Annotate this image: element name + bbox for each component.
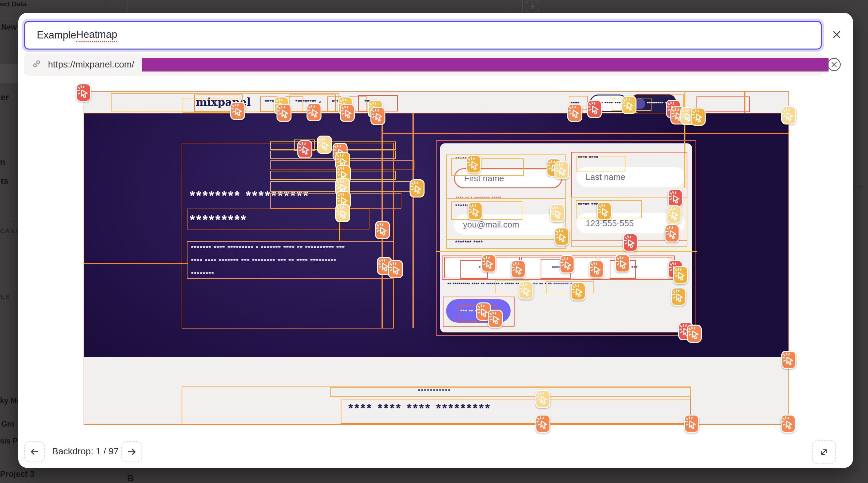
expand-icon[interactable] xyxy=(812,440,836,464)
choice-option: *** xyxy=(597,257,672,278)
click-cursor-icon xyxy=(409,179,425,197)
click-cursor-icon xyxy=(671,287,686,306)
background-sidebar-fragment: Project 3 xyxy=(0,469,35,479)
background-sidebar-fragment: ts xyxy=(1,176,8,186)
click-cursor-icon xyxy=(370,107,385,125)
background-divider xyxy=(0,218,19,218)
hero-paragraph-line: ******* **** ********* * ******* **** **… xyxy=(191,245,345,252)
hero-heading-line2: ********* xyxy=(190,213,247,227)
background-line xyxy=(127,0,127,13)
click-cursor-icon xyxy=(587,100,602,118)
click-cursor-icon xyxy=(388,260,403,278)
click-cursor-icon xyxy=(668,189,683,207)
background-sidebar-fragment: B xyxy=(127,473,134,483)
hero-heading-line1: ******** ********** xyxy=(190,188,309,203)
click-cursor-icon xyxy=(673,266,688,284)
click-cursor-icon xyxy=(684,415,699,433)
title-text-misspelled: Heatmap xyxy=(76,29,117,42)
url-text: https://mixpanel.com/ xyxy=(48,59,134,70)
background-sidebar-fragment: ect Data xyxy=(0,0,27,8)
click-cursor-icon xyxy=(560,255,575,273)
click-cursor-icon xyxy=(468,202,483,220)
click-cursor-icon xyxy=(298,140,312,158)
click-cursor-icon xyxy=(277,104,291,122)
click-cursor-icon xyxy=(687,325,702,343)
background-add-button: + xyxy=(526,1,539,12)
click-cursor-icon xyxy=(488,310,503,328)
background-overflow-dots: … xyxy=(854,179,863,189)
click-cursor-icon xyxy=(535,415,550,433)
background-sidebar-fragment: ky Me xyxy=(0,396,21,405)
background-divider xyxy=(0,19,19,19)
background-line xyxy=(105,0,105,13)
click-cursor-icon xyxy=(519,281,533,299)
click-cursor-icon xyxy=(230,102,245,120)
close-icon[interactable] xyxy=(829,27,844,42)
click-cursor-icon xyxy=(554,161,569,179)
click-cursor-icon xyxy=(307,103,321,121)
click-cursor-icon xyxy=(535,390,550,408)
background-sidebar-fragment: er xyxy=(1,93,9,103)
click-cursor-icon xyxy=(781,106,796,125)
background-line xyxy=(508,0,508,13)
click-cursor-icon xyxy=(466,155,481,173)
heatmap-title-input[interactable]: Example Heatmap xyxy=(24,21,822,50)
previous-backdrop-button[interactable] xyxy=(24,441,45,462)
consent-fragment: ** ********* **** ** ******* * ***** ** … xyxy=(447,282,526,287)
background-sidebar-fragment: New xyxy=(1,23,17,32)
heatmap-modal: Example Heatmap https://mixpanel.com/ xyxy=(18,13,853,468)
hero-paragraph-line: **** **** ******* *** ******** *** ** **… xyxy=(191,257,337,265)
heatmap-stage: mixpanel ***************˅************ **… xyxy=(84,89,789,425)
redacted-url-highlight xyxy=(142,58,829,71)
backdrop-pager-label: Backdrop: 1 / 97 xyxy=(52,446,119,457)
consent-fragment: ** * ** xyxy=(538,282,553,287)
phone-label: ***** *** xyxy=(578,202,598,208)
background-sidebar-fragment: ES xyxy=(1,293,10,300)
click-cursor-icon xyxy=(76,84,91,102)
click-cursor-icon xyxy=(621,96,637,114)
background-sidebar-fragment: n xyxy=(0,157,5,167)
click-cursor-icon xyxy=(570,282,586,300)
click-cursor-icon xyxy=(781,415,796,433)
consent-text: ** ********* **** ** ******* * ***** ** … xyxy=(447,282,680,287)
choices-label: ******* **** xyxy=(455,240,483,246)
click-cursor-icon xyxy=(597,202,612,220)
title-text: Example xyxy=(37,29,76,41)
click-cursor-icon xyxy=(317,136,332,154)
choice-option: ****** xyxy=(520,257,597,278)
screen: ect DataNewerntsCANVESky MeGrosis PProje… xyxy=(0,0,868,483)
click-cursor-icon xyxy=(623,233,638,252)
click-cursor-icon xyxy=(375,221,390,239)
next-backdrop-button[interactable] xyxy=(121,441,142,462)
last-name-field: Last name xyxy=(577,167,685,187)
last-name-label: **** **** xyxy=(578,155,598,161)
click-cursor-icon xyxy=(567,104,582,122)
click-cursor-icon xyxy=(335,204,350,222)
stage-footer-heading: **** **** **** ********* xyxy=(348,401,491,416)
url-bar[interactable]: https://mixpanel.com/ xyxy=(24,54,823,75)
first-name-error: **** ** * ******** ***** xyxy=(456,196,501,200)
click-cursor-icon xyxy=(781,351,796,369)
stage-footer-small-text: *********** xyxy=(418,388,451,394)
choices-segmented-control: ************ xyxy=(444,257,672,278)
click-cursor-icon xyxy=(615,254,630,272)
background-line xyxy=(522,0,523,13)
click-cursor-icon xyxy=(550,204,565,222)
click-cursor-icon xyxy=(340,104,355,122)
click-cursor-icon xyxy=(589,260,604,278)
click-cursor-icon xyxy=(691,107,706,126)
clear-url-icon[interactable] xyxy=(826,57,842,72)
click-cursor-icon xyxy=(481,254,496,272)
background-sidebar-fragment: sis P xyxy=(0,437,18,446)
link-icon xyxy=(31,58,42,71)
click-cursor-icon xyxy=(554,227,569,246)
click-cursor-icon xyxy=(664,224,680,243)
background-sidebar-fragment: CANV xyxy=(0,227,20,235)
click-cursor-icon xyxy=(510,260,526,278)
background-sidebar-fragment: Gro xyxy=(1,420,15,428)
click-cursor-icon xyxy=(666,205,681,224)
hero-paragraph-line: ******** xyxy=(191,270,214,278)
background-selected-row xyxy=(0,64,19,83)
